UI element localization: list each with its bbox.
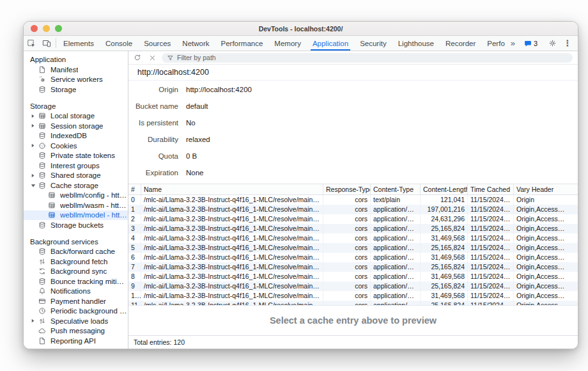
expander-right-icon[interactable] (29, 319, 37, 323)
sidebar-item-periodic-background-sync[interactable]: Periodic background sync (24, 306, 128, 317)
sidebar-item-service-workers[interactable]: Service workers (24, 75, 128, 85)
column-header-name[interactable]: Name (141, 184, 323, 194)
tab-recorder[interactable]: Recorder (440, 36, 481, 51)
expander-right-icon[interactable] (29, 114, 37, 118)
table-row[interactable]: 7/mlc-ai/Llama-3.2-3B-Instruct-q4f16_1-M… (128, 262, 578, 272)
cell-response-type: cors (323, 205, 371, 214)
cell-content-length: 31,469,568 (421, 253, 468, 262)
column-header-content-type[interactable]: Content-Type (371, 184, 421, 194)
more-tabs-icon[interactable]: » (505, 38, 520, 48)
cell-content-type: text/plain (371, 195, 421, 205)
cell-content-type: application/oc… (371, 214, 421, 224)
database-icon (37, 152, 47, 159)
application-sidebar: ApplicationManifestService workersStorag… (24, 51, 128, 349)
delete-selected-icon[interactable] (147, 54, 157, 61)
cell-content-type: application/oc… (371, 291, 421, 301)
tab-lighthouse[interactable]: Lighthouse (392, 36, 440, 51)
refresh-icon[interactable] (132, 54, 143, 61)
sidebar-item-private-state-tokens[interactable]: Private state tokens (24, 151, 128, 161)
sync-icon (37, 267, 47, 275)
expander-right-icon[interactable] (29, 173, 37, 178)
console-messages-button[interactable]: 3 (520, 40, 541, 47)
minimize-window-button[interactable] (43, 25, 50, 32)
sidebar-item-reporting-api[interactable]: Reporting API (24, 336, 128, 346)
sidebar-item-background-fetch[interactable]: Background fetch (24, 257, 128, 267)
sidebar-item-storage-buckets[interactable]: Storage buckets (24, 220, 128, 230)
tab-elements[interactable]: Elements (58, 36, 100, 51)
window-title: DevTools - localhost:4200/ (24, 25, 578, 33)
metadata-label: Origin (128, 86, 178, 93)
table-row[interactable]: 11/mlc-ai/Llama-3.2-3B-Instruct-q4f16_1-… (128, 301, 578, 305)
sidebar-item-bounce-tracking-mitigations[interactable]: Bounce tracking mitigations (24, 276, 128, 287)
settings-gear-icon[interactable] (545, 39, 560, 47)
table-row[interactable]: 1/mlc-ai/Llama-3.2-3B-Instruct-q4f16_1-M… (128, 205, 578, 214)
table-row[interactable]: 8/mlc-ai/Llama-3.2-3B-Instruct-q4f16_1-M… (128, 272, 578, 281)
table-row[interactable]: 2/mlc-ai/Llama-3.2-3B-Instruct-q4f16_1-M… (128, 214, 578, 224)
tab-security[interactable]: Security (354, 36, 392, 51)
statusbar: Total entries: 120 (128, 335, 578, 349)
sidebar-item-local-storage[interactable]: Local storage (24, 111, 128, 122)
more-options-icon[interactable]: ⋮ (560, 38, 575, 48)
table-row[interactable]: 5/mlc-ai/Llama-3.2-3B-Instruct-q4f16_1-M… (128, 243, 578, 253)
metadata-row-origin: Originhttp://localhost:4200 (128, 81, 578, 98)
sidebar-item-cookies[interactable]: Cookies (24, 141, 128, 151)
cell-time-cached: 11/15/2024, 10… (468, 281, 514, 291)
sidebar-item-speculative-loads[interactable]: Speculative loads (24, 316, 128, 326)
tab-memory[interactable]: Memory (268, 36, 307, 51)
tab-network[interactable]: Network (176, 36, 215, 51)
cell-content-type: application/oc… (371, 233, 421, 243)
tab-console[interactable]: Console (100, 36, 138, 51)
column-header-content-length[interactable]: Content-Length (421, 184, 468, 194)
expander-right-icon[interactable] (29, 143, 37, 148)
expander-down-icon[interactable] (29, 183, 37, 188)
table-row[interactable]: 9/mlc-ai/Llama-3.2-3B-Instruct-q4f16_1-M… (128, 281, 578, 291)
sidebar-item-label: IndexedDB (50, 132, 87, 139)
cell-name: /mlc-ai/Llama-3.2-3B-Instruct-q4f16_1-ML… (141, 301, 323, 305)
tab-performance-insights[interactable]: Performance insights (481, 36, 505, 51)
sidebar-item-push-messaging[interactable]: Push messaging (24, 326, 128, 336)
column-header-[interactable]: # (128, 184, 141, 194)
tab-application[interactable]: Application (307, 36, 354, 51)
clock-icon (37, 307, 47, 315)
sidebar-item-interest-groups[interactable]: Interest groups (24, 161, 128, 171)
sidebar-item-storage[interactable]: Storage (24, 84, 128, 95)
tab-label: Performance (221, 40, 263, 47)
fullscreen-window-button[interactable] (55, 25, 62, 32)
expander-right-icon[interactable] (29, 123, 37, 128)
column-header-vary-header[interactable]: Vary Header (514, 184, 578, 194)
filter-box[interactable] (162, 53, 573, 63)
table-row[interactable]: 3/mlc-ai/Llama-3.2-3B-Instruct-q4f16_1-M… (128, 224, 578, 233)
sidebar-item-cache-storage[interactable]: Cache storage (24, 180, 128, 191)
column-header-response-type[interactable]: Response-Type (323, 184, 371, 194)
table-row[interactable]: 4/mlc-ai/Llama-3.2-3B-Instruct-q4f16_1-M… (128, 233, 578, 243)
tab-label: Security (360, 40, 387, 47)
tab-label: Memory (274, 40, 301, 47)
cell-time-cached: 11/15/2024, 10… (468, 262, 514, 272)
sidebar-item-session-storage[interactable]: Session storage (24, 121, 128, 131)
inspect-element-icon[interactable] (24, 36, 39, 51)
sidebar-item-payment-handler[interactable]: Payment handler (24, 296, 128, 306)
column-header-time-cached[interactable]: Time Cached (468, 184, 514, 194)
sidebar-item-back-forward-cache[interactable]: Back/forward cache (24, 247, 128, 257)
table-row[interactable]: 10/mlc-ai/Llama-3.2-3B-Instruct-q4f16_1-… (128, 291, 578, 301)
sidebar-item-notifications[interactable]: Notifications (24, 287, 128, 297)
sidebar-item-shared-storage[interactable]: Shared storage (24, 171, 128, 181)
sidebar-item-webllm-config-http-loc[interactable]: webllm/config - http://loc… (24, 191, 128, 201)
device-toolbar-icon[interactable] (39, 36, 54, 51)
sidebar-item-webllm-model-http-loc[interactable]: webllm/model - http://loc… (24, 210, 128, 221)
table-row[interactable]: 6/mlc-ai/Llama-3.2-3B-Instruct-q4f16_1-M… (128, 253, 578, 262)
sidebar-item-manifest[interactable]: Manifest (24, 65, 128, 75)
sidebar-item-webllm-wasm-http-loca[interactable]: webllm/wasm - http://loca… (24, 200, 128, 210)
table-header-row: #NameResponse-TypeContent-TypeContent-Le… (128, 184, 578, 195)
cell-name: /mlc-ai/Llama-3.2-3B-Instruct-q4f16_1-ML… (141, 243, 323, 253)
cell-content-length: 25,165,824 (421, 301, 468, 305)
table-row[interactable]: 0/mlc-ai/Llama-3.2-3B-Instruct-q4f16_1-M… (128, 195, 578, 205)
sidebar-item-label: Back/forward cache (50, 248, 115, 255)
filter-input[interactable] (177, 54, 568, 61)
database-icon (37, 221, 47, 229)
tab-performance[interactable]: Performance (215, 36, 269, 51)
sidebar-item-background-sync[interactable]: Background sync (24, 267, 128, 277)
sidebar-item-indexeddb[interactable]: IndexedDB (24, 131, 128, 141)
close-window-button[interactable] (31, 25, 38, 32)
tab-sources[interactable]: Sources (138, 36, 176, 51)
